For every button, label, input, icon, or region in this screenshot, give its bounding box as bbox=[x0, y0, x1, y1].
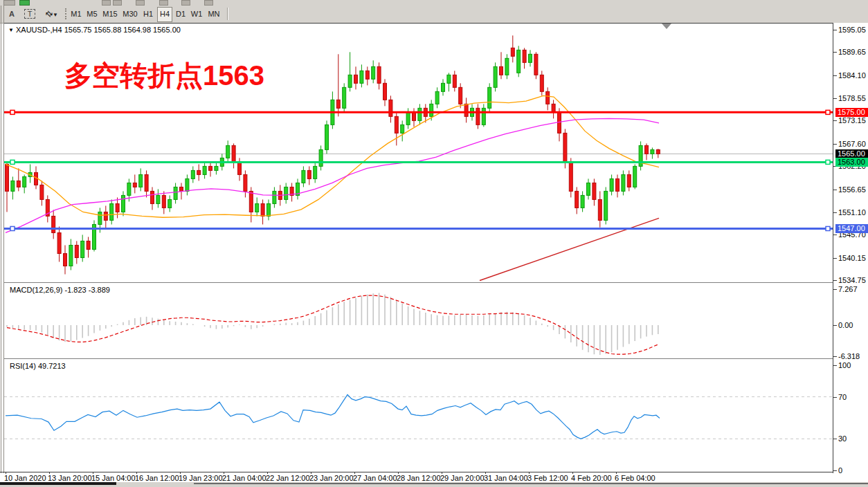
price-level-label-1547.00[interactable]: 1547.00 bbox=[835, 224, 868, 233]
price-tick-label: 1540.15 bbox=[838, 254, 866, 262]
price-level-label-1563.00[interactable]: 1563.00 bbox=[835, 158, 868, 167]
macd-tick-label: 7.267 bbox=[838, 285, 858, 293]
toolbar-fragment-icon bbox=[113, 0, 122, 6]
price-tick-mark bbox=[833, 30, 837, 30]
chart-annotation-text[interactable]: 多空转折点1563 bbox=[64, 57, 264, 95]
date-tick-label: 22 Jan 12:00 bbox=[266, 474, 310, 482]
symbol-ohlc-header: ▼ XAUUSD-,H4 1565.75 1565.88 1564.98 156… bbox=[8, 26, 181, 34]
price-tick-mark bbox=[833, 144, 837, 145]
date-tick-mark bbox=[572, 472, 573, 474]
date-tick-mark bbox=[354, 472, 355, 474]
arrow-text-tool-button[interactable]: A bbox=[4, 7, 19, 21]
date-tick-mark bbox=[485, 472, 486, 474]
rsi-indicator-label: RSI(14) 49.7213 bbox=[10, 362, 66, 370]
timeframe-button-h1[interactable]: H1 bbox=[141, 7, 155, 21]
hline-handle[interactable] bbox=[826, 110, 830, 114]
price-level-label-1575.00[interactable]: 1575.00 bbox=[835, 108, 868, 117]
date-tick-mark bbox=[136, 472, 137, 474]
rsi-tick-label: 70 bbox=[838, 393, 847, 401]
price-tick-mark bbox=[833, 52, 837, 53]
macd-tick-mark bbox=[833, 325, 837, 326]
date-tick-label: 31 Jan 04:00 bbox=[484, 474, 528, 482]
macd-pane[interactable] bbox=[4, 285, 833, 358]
macd-tick-mark bbox=[833, 289, 837, 290]
date-tick-mark bbox=[93, 472, 93, 474]
date-axis[interactable]: 10 Jan 202013 Jan 20:0015 Jan 04:0016 Ja… bbox=[0, 473, 868, 482]
date-tick-mark bbox=[180, 472, 181, 474]
toolbar-grip[interactable] bbox=[65, 8, 69, 19]
timeframe-button-m5[interactable]: M5 bbox=[85, 7, 99, 21]
toolbar-fragment-icon bbox=[159, 0, 168, 6]
price-tick-mark bbox=[833, 280, 837, 281]
date-tick-label: 29 Jan 20:00 bbox=[440, 474, 485, 482]
rsi-tick-label: 30 bbox=[838, 434, 847, 443]
date-tick-mark bbox=[267, 472, 268, 474]
toolbar-fragment-icon bbox=[136, 0, 145, 6]
timeframe-button-m15[interactable]: M15 bbox=[101, 7, 119, 21]
toolbar-fragment-icon bbox=[204, 0, 213, 6]
pane-splitter-rsi[interactable] bbox=[4, 358, 833, 359]
hline-handle[interactable] bbox=[826, 226, 830, 230]
price-axis[interactable]: 1595.051589.651584.101578.551573.151567.… bbox=[833, 23, 868, 482]
macd-tick-mark bbox=[833, 356, 837, 357]
date-tick-mark bbox=[224, 472, 224, 474]
rsi-tick-mark bbox=[833, 397, 837, 398]
horizontal-scrollbar[interactable] bbox=[0, 482, 868, 487]
date-tick-label: 4 Feb 20:00 bbox=[571, 474, 612, 482]
hline-handle[interactable] bbox=[10, 226, 15, 230]
chart-toolbar: A T ⇄▼ M1 M5 M15 M30 H1 H4 D1 W1 MN bbox=[0, 6, 868, 24]
timeframe-button-m1[interactable]: M1 bbox=[69, 7, 83, 21]
scrollbar-thumb[interactable] bbox=[0, 482, 116, 485]
date-tick-mark bbox=[398, 472, 399, 474]
rsi-line bbox=[6, 395, 660, 439]
rsi-pane[interactable] bbox=[4, 361, 833, 472]
timeframe-button-m30[interactable]: M30 bbox=[121, 7, 139, 21]
text-tool-button[interactable]: T bbox=[22, 7, 37, 21]
scrollbar-track bbox=[194, 483, 868, 484]
date-tick-mark bbox=[6, 472, 6, 474]
trendline[interactable] bbox=[480, 218, 659, 280]
timeframe-button-w1[interactable]: W1 bbox=[190, 7, 204, 21]
price-tick-label: 1567.60 bbox=[838, 140, 866, 148]
timeframe-button-mn[interactable]: MN bbox=[206, 7, 222, 21]
ma-magenta-line[interactable] bbox=[6, 118, 659, 232]
price-tick-label: 1595.05 bbox=[838, 26, 866, 34]
date-tick-label: 10 Jan 2020 bbox=[4, 474, 46, 482]
timeframe-button-d1[interactable]: D1 bbox=[174, 7, 188, 21]
timeframe-button-h4-active[interactable]: H4 bbox=[157, 7, 172, 22]
cropped-toolbar-strip bbox=[0, 0, 868, 6]
text-tool-icon: T bbox=[24, 9, 36, 19]
cursor-mode-button[interactable]: ⇄▼ bbox=[40, 7, 64, 21]
price-tick-label: 1551.10 bbox=[838, 208, 866, 217]
rsi-tick-mark bbox=[833, 470, 837, 471]
date-tick-label: 21 Jan 04:00 bbox=[222, 474, 266, 482]
pane-splitter-macd[interactable] bbox=[4, 282, 833, 283]
hline-handle[interactable] bbox=[10, 160, 15, 164]
macd-indicator-label: MACD(12,26,9) -1.823 -3.889 bbox=[10, 286, 110, 294]
symbol-ohlc-text: XAUUSD-,H4 1565.75 1565.88 1564.98 1565.… bbox=[16, 26, 181, 34]
price-tick-mark bbox=[833, 98, 837, 99]
chart-shift-marker-icon[interactable] bbox=[662, 24, 671, 29]
price-tick-mark bbox=[833, 190, 837, 190]
toolbar-fragment-icon bbox=[19, 0, 30, 6]
date-tick-label: 3 Feb 12:00 bbox=[527, 474, 568, 482]
price-tick-mark bbox=[833, 235, 837, 235]
date-tick-label: 13 Jan 20:00 bbox=[48, 474, 92, 482]
rsi-tick-mark bbox=[833, 365, 837, 366]
price-tick-mark bbox=[833, 120, 837, 121]
rsi-tick-mark bbox=[833, 439, 837, 439]
macd-tick-label: -6.318 bbox=[838, 352, 860, 360]
date-tick-mark bbox=[442, 472, 442, 474]
price-tick-label: 1584.10 bbox=[838, 71, 866, 80]
hline-handle[interactable] bbox=[10, 110, 15, 114]
hline-handle[interactable] bbox=[826, 160, 830, 164]
date-tick-label: 23 Jan 20:00 bbox=[309, 474, 354, 482]
window-edge bbox=[1, 6, 1, 487]
toolbar-fragment-icon bbox=[181, 0, 190, 6]
collapse-triangle-icon[interactable]: ▼ bbox=[8, 27, 14, 33]
price-tick-label: 1589.65 bbox=[838, 48, 866, 56]
toolbar-separator bbox=[227, 8, 228, 20]
price-tick-label: 1578.55 bbox=[838, 94, 866, 102]
rsi-tick-label: 100 bbox=[838, 361, 851, 369]
date-tick-label: 15 Jan 04:00 bbox=[91, 474, 136, 482]
